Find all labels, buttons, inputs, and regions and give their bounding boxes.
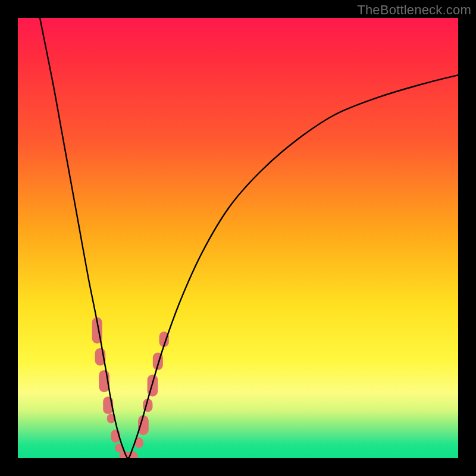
marker-dot bbox=[138, 415, 149, 435]
bottleneck-curve bbox=[40, 18, 458, 458]
plot-area bbox=[18, 18, 458, 458]
marker-layer bbox=[92, 317, 169, 458]
chart-frame: TheBottleneck.com bbox=[0, 0, 476, 476]
watermark-label: TheBottleneck.com bbox=[357, 2, 471, 18]
chart-svg bbox=[18, 18, 458, 458]
